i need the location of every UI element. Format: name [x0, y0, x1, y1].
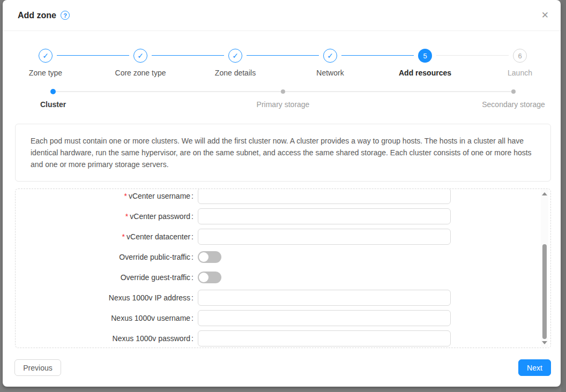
check-circle-icon: ✓ [39, 49, 53, 63]
substep-label-primary-storage: Primary storage [257, 100, 310, 109]
cluster-form: *vCenter username: *vCenter password: *v… [15, 189, 551, 348]
step-label: Launch [508, 69, 532, 77]
nexus-ip-address-input[interactable] [198, 290, 451, 306]
form-row: Override public-traffic: [16, 249, 550, 265]
add-zone-modal: Add zone ? ✕ ✓ Zone type ✓ Core zone typ… [3, 0, 561, 387]
cluster-info-box: Each pod must contain one or more cluste… [15, 124, 551, 182]
field-label: Nexus 1000v username: [16, 314, 193, 322]
field-label: *vCenter username: [16, 192, 193, 200]
check-circle-icon: ✓ [228, 49, 242, 63]
check-circle-icon: ✓ [133, 49, 147, 63]
form-row: *vCenter password: [16, 208, 550, 224]
substep-dot-cluster[interactable] [50, 89, 56, 94]
step-number-badge: 5 [418, 49, 432, 63]
page-scrollbar[interactable] [561, 0, 566, 392]
form-row: *vCenter username: [16, 189, 550, 204]
override-public-traffic-toggle[interactable] [198, 251, 221, 263]
modal-header: Add zone ? ✕ [3, 0, 561, 31]
step-label: Zone type [29, 69, 62, 77]
step-zone-details[interactable]: ✓ Zone details [192, 49, 278, 77]
form-row: Override guest-traffic: [16, 269, 550, 285]
step-label: Add resources [399, 69, 451, 77]
step-number-badge: 6 [513, 49, 527, 63]
field-label: Nexus 1000v IP address: [16, 293, 193, 302]
step-label: Network [316, 69, 344, 77]
step-add-resources[interactable]: 5 Add resources [382, 49, 468, 77]
step-network[interactable]: ✓ Network [287, 49, 373, 77]
field-label: *vCenter password: [16, 212, 193, 221]
step-launch[interactable]: 6 Launch [477, 49, 561, 77]
field-label: Override guest-traffic: [16, 273, 193, 282]
field-label: *vCenter datacenter: [16, 232, 193, 241]
scroll-up-icon[interactable] [541, 191, 548, 197]
step-zone-type[interactable]: ✓ Zone type [3, 49, 88, 77]
form-row: Nexus 1000v IP address: [16, 290, 550, 306]
check-circle-icon: ✓ [323, 49, 337, 63]
vcenter-username-input[interactable] [198, 189, 451, 204]
form-scrollbar[interactable] [541, 190, 548, 347]
toggle-knob [199, 273, 208, 282]
override-guest-traffic-toggle[interactable] [198, 272, 221, 283]
step-label: Zone details [215, 69, 256, 77]
step-core-zone-type[interactable]: ✓ Core zone type [98, 49, 183, 77]
toggle-knob [199, 252, 208, 262]
field-label: Nexus 1000v password: [16, 334, 193, 343]
nexus-password-input[interactable] [198, 330, 451, 346]
vcenter-password-input[interactable] [198, 208, 451, 224]
form-row: *vCenter datacenter: [16, 229, 550, 245]
help-icon[interactable]: ? [61, 11, 70, 20]
scrollbar-thumb[interactable] [542, 244, 547, 339]
substep-dot-primary-storage[interactable] [281, 89, 285, 94]
cluster-info-text: Each pod must contain one or more cluste… [31, 137, 532, 169]
nexus-username-input[interactable] [198, 310, 451, 326]
step-label: Core zone type [115, 69, 166, 77]
form-row: Nexus 1000v password: [16, 330, 550, 346]
substep-label-cluster: Cluster [40, 100, 66, 109]
substep-label-secondary-storage: Secondary storage [482, 100, 545, 109]
vcenter-datacenter-input[interactable] [198, 229, 451, 245]
next-button[interactable]: Next [518, 359, 551, 376]
previous-button[interactable]: Previous [14, 359, 61, 376]
form-row: Nexus 1000v username: [16, 310, 550, 326]
substep-dot-secondary-storage[interactable] [511, 89, 516, 94]
page-title: Add zone [18, 11, 56, 20]
scroll-down-icon[interactable] [541, 340, 548, 346]
close-icon[interactable]: ✕ [541, 11, 549, 20]
field-label: Override public-traffic: [16, 253, 193, 261]
